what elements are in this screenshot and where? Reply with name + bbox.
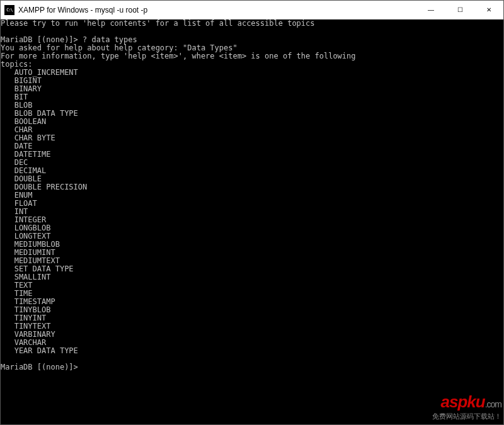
maximize-button[interactable]: ☐: [445, 1, 474, 19]
minimize-button[interactable]: —: [416, 1, 445, 19]
title-bar: XAMPP for Windows - mysql -u root -p — ☐…: [1, 1, 503, 20]
window-controls: — ☐ ✕: [416, 1, 503, 19]
window-title: XAMPP for Windows - mysql -u root -p: [18, 6, 416, 14]
close-button[interactable]: ✕: [474, 1, 503, 19]
topics-list: AUTO_INCREMENT BIGINT BINARY BIT BLOB BL…: [1, 68, 87, 355]
prompt-line: MariaDB [(none)]>: [1, 363, 78, 371]
terminal-output[interactable]: Please try to run 'help contents' for a …: [1, 20, 503, 424]
moreinfo-line: For more information, type 'help <item>'…: [1, 52, 356, 60]
prompt-line: MariaDB [(none)]> ? data types: [1, 35, 137, 44]
topics-label: topics:: [1, 60, 33, 69]
cmd-icon: [4, 5, 14, 15]
app-window: XAMPP for Windows - mysql -u root -p — ☐…: [0, 0, 504, 425]
asked-line: You asked for help about help category: …: [1, 43, 238, 52]
help-hint-line: Please try to run 'help contents' for a …: [1, 20, 315, 28]
